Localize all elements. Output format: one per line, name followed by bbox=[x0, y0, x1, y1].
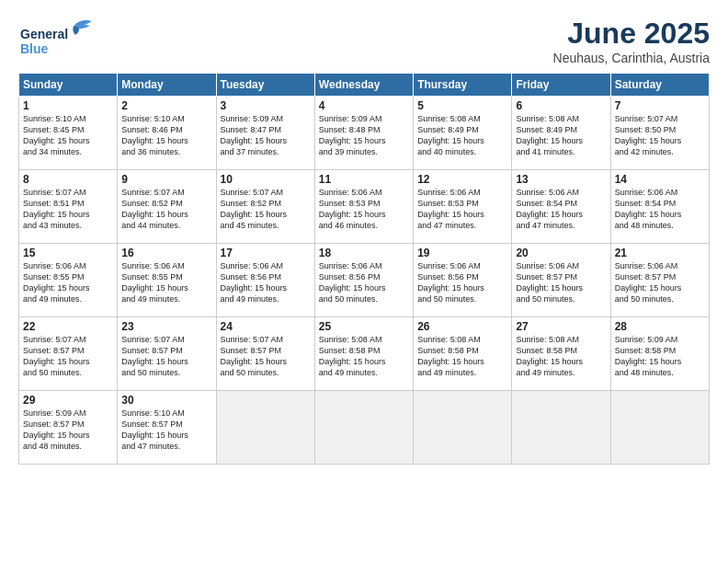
day-info: Sunrise: 5:06 AM Sunset: 8:53 PM Dayligh… bbox=[319, 187, 409, 232]
day-info: Sunrise: 5:07 AM Sunset: 8:52 PM Dayligh… bbox=[221, 187, 311, 232]
day-info: Sunrise: 5:07 AM Sunset: 8:51 PM Dayligh… bbox=[23, 187, 113, 232]
day-number: 8 bbox=[23, 173, 113, 186]
calendar-cell: 24Sunrise: 5:07 AM Sunset: 8:57 PM Dayli… bbox=[216, 317, 314, 391]
logo: General Blue bbox=[18, 17, 101, 58]
day-number: 29 bbox=[23, 394, 113, 407]
calendar-cell: 26Sunrise: 5:08 AM Sunset: 8:58 PM Dayli… bbox=[414, 317, 512, 391]
day-info: Sunrise: 5:10 AM Sunset: 8:46 PM Dayligh… bbox=[121, 113, 211, 158]
svg-text:General: General bbox=[20, 27, 68, 41]
day-number: 27 bbox=[516, 320, 606, 333]
calendar-cell: 25Sunrise: 5:08 AM Sunset: 8:58 PM Dayli… bbox=[314, 317, 413, 391]
day-info: Sunrise: 5:06 AM Sunset: 8:54 PM Dayligh… bbox=[516, 187, 606, 232]
day-number: 14 bbox=[615, 173, 705, 186]
day-number: 6 bbox=[516, 99, 606, 112]
day-number: 13 bbox=[516, 173, 606, 186]
day-info: Sunrise: 5:06 AM Sunset: 8:57 PM Dayligh… bbox=[516, 260, 606, 305]
calendar-cell: 19Sunrise: 5:06 AM Sunset: 8:56 PM Dayli… bbox=[414, 244, 512, 317]
day-info: Sunrise: 5:09 AM Sunset: 8:57 PM Dayligh… bbox=[23, 408, 113, 453]
day-info: Sunrise: 5:06 AM Sunset: 8:55 PM Dayligh… bbox=[23, 260, 113, 305]
day-number: 18 bbox=[319, 247, 409, 259]
calendar-cell: 12Sunrise: 5:06 AM Sunset: 8:53 PM Dayli… bbox=[414, 170, 512, 244]
day-info: Sunrise: 5:08 AM Sunset: 8:58 PM Dayligh… bbox=[417, 334, 507, 379]
calendar-cell: 13Sunrise: 5:06 AM Sunset: 8:54 PM Dayli… bbox=[512, 170, 610, 244]
day-number: 1 bbox=[23, 99, 113, 112]
day-number: 30 bbox=[121, 394, 211, 407]
day-number: 23 bbox=[121, 320, 211, 333]
day-number: 3 bbox=[221, 99, 311, 112]
weekday-header-tuesday: Tuesday bbox=[216, 74, 314, 97]
page: General Blue June 2025 Neuhaus, Carinthi… bbox=[0, 0, 728, 563]
day-number: 10 bbox=[221, 173, 311, 186]
calendar-cell bbox=[216, 391, 314, 465]
day-number: 26 bbox=[417, 320, 507, 333]
svg-text:Blue: Blue bbox=[20, 41, 49, 56]
day-info: Sunrise: 5:07 AM Sunset: 8:57 PM Dayligh… bbox=[23, 334, 113, 379]
day-info: Sunrise: 5:08 AM Sunset: 8:58 PM Dayligh… bbox=[319, 334, 409, 379]
day-number: 9 bbox=[121, 173, 211, 186]
calendar-cell: 21Sunrise: 5:06 AM Sunset: 8:57 PM Dayli… bbox=[610, 244, 709, 317]
week-row-3: 15Sunrise: 5:06 AM Sunset: 8:55 PM Dayli… bbox=[19, 244, 710, 317]
day-number: 4 bbox=[319, 99, 409, 112]
calendar-cell: 17Sunrise: 5:06 AM Sunset: 8:56 PM Dayli… bbox=[216, 244, 314, 317]
day-info: Sunrise: 5:07 AM Sunset: 8:57 PM Dayligh… bbox=[121, 334, 211, 379]
calendar-cell: 18Sunrise: 5:06 AM Sunset: 8:56 PM Dayli… bbox=[314, 244, 413, 317]
weekday-header-wednesday: Wednesday bbox=[314, 74, 413, 97]
weekday-header-row: SundayMondayTuesdayWednesdayThursdayFrid… bbox=[19, 74, 710, 97]
day-number: 12 bbox=[417, 173, 507, 186]
day-number: 20 bbox=[516, 247, 606, 259]
day-info: Sunrise: 5:06 AM Sunset: 8:54 PM Dayligh… bbox=[615, 187, 705, 232]
calendar-cell: 11Sunrise: 5:06 AM Sunset: 8:53 PM Dayli… bbox=[314, 170, 413, 244]
weekday-header-saturday: Saturday bbox=[610, 74, 709, 97]
calendar-cell bbox=[414, 391, 512, 465]
day-number: 22 bbox=[23, 320, 113, 333]
day-number: 17 bbox=[221, 247, 311, 259]
calendar-cell: 8Sunrise: 5:07 AM Sunset: 8:51 PM Daylig… bbox=[19, 170, 118, 244]
day-number: 2 bbox=[121, 99, 211, 112]
day-info: Sunrise: 5:08 AM Sunset: 8:49 PM Dayligh… bbox=[516, 113, 606, 158]
week-row-4: 22Sunrise: 5:07 AM Sunset: 8:57 PM Dayli… bbox=[19, 317, 710, 391]
calendar-cell: 30Sunrise: 5:10 AM Sunset: 8:57 PM Dayli… bbox=[118, 391, 216, 465]
calendar-cell: 10Sunrise: 5:07 AM Sunset: 8:52 PM Dayli… bbox=[216, 170, 314, 244]
month-title: June 2025 bbox=[553, 17, 710, 51]
calendar-cell: 27Sunrise: 5:08 AM Sunset: 8:58 PM Dayli… bbox=[512, 317, 610, 391]
day-info: Sunrise: 5:06 AM Sunset: 8:56 PM Dayligh… bbox=[221, 260, 311, 305]
calendar-cell bbox=[512, 391, 610, 465]
calendar-cell: 20Sunrise: 5:06 AM Sunset: 8:57 PM Dayli… bbox=[512, 244, 610, 317]
day-info: Sunrise: 5:06 AM Sunset: 8:56 PM Dayligh… bbox=[319, 260, 409, 305]
week-row-2: 8Sunrise: 5:07 AM Sunset: 8:51 PM Daylig… bbox=[19, 170, 710, 244]
day-info: Sunrise: 5:09 AM Sunset: 8:48 PM Dayligh… bbox=[319, 113, 409, 158]
calendar-cell: 16Sunrise: 5:06 AM Sunset: 8:55 PM Dayli… bbox=[118, 244, 216, 317]
calendar-cell: 9Sunrise: 5:07 AM Sunset: 8:52 PM Daylig… bbox=[118, 170, 216, 244]
day-number: 15 bbox=[23, 247, 113, 259]
day-number: 7 bbox=[615, 99, 705, 112]
day-info: Sunrise: 5:08 AM Sunset: 8:49 PM Dayligh… bbox=[417, 113, 507, 158]
calendar-cell: 3Sunrise: 5:09 AM Sunset: 8:47 PM Daylig… bbox=[216, 97, 314, 170]
calendar-cell: 22Sunrise: 5:07 AM Sunset: 8:57 PM Dayli… bbox=[19, 317, 118, 391]
day-number: 24 bbox=[221, 320, 311, 333]
day-info: Sunrise: 5:06 AM Sunset: 8:57 PM Dayligh… bbox=[615, 260, 705, 305]
calendar-cell: 15Sunrise: 5:06 AM Sunset: 8:55 PM Dayli… bbox=[19, 244, 118, 317]
day-info: Sunrise: 5:10 AM Sunset: 8:45 PM Dayligh… bbox=[23, 113, 113, 158]
day-number: 19 bbox=[417, 247, 507, 259]
day-info: Sunrise: 5:09 AM Sunset: 8:58 PM Dayligh… bbox=[615, 334, 705, 379]
day-info: Sunrise: 5:07 AM Sunset: 8:57 PM Dayligh… bbox=[221, 334, 311, 379]
calendar-cell: 4Sunrise: 5:09 AM Sunset: 8:48 PM Daylig… bbox=[314, 97, 413, 170]
calendar-cell: 29Sunrise: 5:09 AM Sunset: 8:57 PM Dayli… bbox=[19, 391, 118, 465]
calendar-cell: 1Sunrise: 5:10 AM Sunset: 8:45 PM Daylig… bbox=[19, 97, 118, 170]
calendar-cell: 7Sunrise: 5:07 AM Sunset: 8:50 PM Daylig… bbox=[610, 97, 709, 170]
week-row-5: 29Sunrise: 5:09 AM Sunset: 8:57 PM Dayli… bbox=[19, 391, 710, 465]
day-info: Sunrise: 5:08 AM Sunset: 8:58 PM Dayligh… bbox=[516, 334, 606, 379]
day-info: Sunrise: 5:09 AM Sunset: 8:47 PM Dayligh… bbox=[221, 113, 311, 158]
calendar-cell bbox=[314, 391, 413, 465]
calendar-cell: 5Sunrise: 5:08 AM Sunset: 8:49 PM Daylig… bbox=[414, 97, 512, 170]
calendar-cell bbox=[610, 391, 709, 465]
calendar-cell: 2Sunrise: 5:10 AM Sunset: 8:46 PM Daylig… bbox=[118, 97, 216, 170]
weekday-header-monday: Monday bbox=[118, 74, 216, 97]
day-number: 21 bbox=[615, 247, 705, 259]
day-info: Sunrise: 5:06 AM Sunset: 8:55 PM Dayligh… bbox=[121, 260, 211, 305]
weekday-header-friday: Friday bbox=[512, 74, 610, 97]
logo-icon: General Blue bbox=[18, 17, 101, 58]
header: General Blue June 2025 Neuhaus, Carinthi… bbox=[18, 17, 710, 65]
day-info: Sunrise: 5:06 AM Sunset: 8:53 PM Dayligh… bbox=[417, 187, 507, 232]
calendar-cell: 23Sunrise: 5:07 AM Sunset: 8:57 PM Dayli… bbox=[118, 317, 216, 391]
